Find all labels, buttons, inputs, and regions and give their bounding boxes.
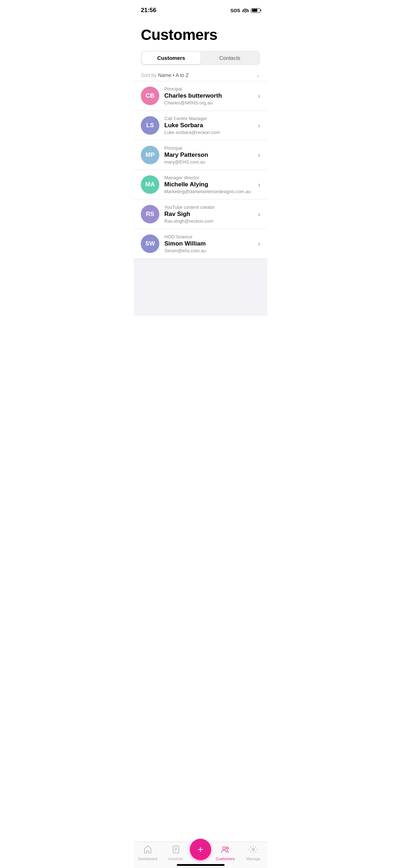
customer-name: Simon William [164,240,255,247]
customer-role: YouTube content creator [164,205,255,210]
sort-label: Sort by [141,72,156,78]
customer-role: Call Centre Manager [164,116,255,121]
customer-avatar: MP [141,146,159,164]
customer-email: Simon@ehs.com.au [164,248,255,253]
bottom-area [134,259,267,316]
customer-role: Principal [164,86,255,92]
chevron-right-icon: › [258,92,260,100]
customer-avatar: SW [141,234,159,253]
customer-item[interactable]: RS YouTube content creator Rav Sigh Rav.… [134,200,267,229]
customer-item[interactable]: CB Principal Charles butterworth Charles… [134,81,267,111]
customer-list: CB Principal Charles butterworth Charles… [134,81,267,259]
status-time: 21:56 [141,7,156,14]
page-title: Customers [134,16,267,51]
customer-email: Luke.sorbara@reckon.com [164,130,255,135]
chevron-right-icon: › [258,181,260,188]
customer-item[interactable]: SW HOD Science Simon William Simon@ehs.c… [134,229,267,259]
customer-item[interactable]: MA Manager director Michelle Alying Mark… [134,170,267,200]
customer-name: Mary Patterson [164,151,255,159]
customer-name: Charles butterworth [164,92,255,99]
customer-info: Pricinpal Mary Patterson mary@EHS.com.au [164,145,255,165]
customer-role: HOD Science [164,234,255,239]
sos-icon: SOS [231,8,240,13]
sort-chevron-icon: ⌄ [256,72,260,78]
battery-icon [251,8,260,13]
customer-avatar: MA [141,175,159,194]
customer-item[interactable]: LS Call Centre Manager Luke Sorbara Luke… [134,111,267,140]
segment-control: Customers Contacts [141,51,260,65]
wifi-icon [242,7,249,14]
customer-item[interactable]: MP Pricinpal Mary Patterson mary@EHS.com… [134,140,267,170]
chevron-right-icon: › [258,122,260,129]
sort-row[interactable]: Sort by Name • A to Z ⌄ [134,69,267,81]
customer-info: Manager director Michelle Alying Marketi… [164,175,255,194]
customer-email: Marketing@danielsinteriordesigns.com.au [164,189,255,194]
customer-info: YouTube content creator Rav Sigh Rav.sin… [164,205,255,224]
customer-info: HOD Science Simon William Simon@ehs.com.… [164,234,255,253]
sort-value: Name • A to Z [158,72,256,78]
customer-name: Rav Sigh [164,211,255,218]
customer-role: Manager director [164,175,255,180]
customer-role: Pricinpal [164,145,255,151]
customer-name: Luke Sorbara [164,122,255,129]
customer-email: mary@EHS.com.au [164,159,255,165]
customer-name: Michelle Alying [164,181,255,188]
customer-avatar: CB [141,87,159,105]
customer-avatar: LS [141,116,159,135]
chevron-right-icon: › [258,211,260,218]
chevron-right-icon: › [258,151,260,159]
status-icons: SOS [231,7,260,14]
segment-customers[interactable]: Customers [142,52,201,64]
customer-info: Principal Charles butterworth Charles@NR… [164,86,255,105]
chevron-right-icon: › [258,240,260,248]
status-bar: 21:56 SOS [134,0,267,16]
customer-avatar: RS [141,205,159,223]
customer-email: Rav.singh@reckon.com [164,218,255,224]
customer-email: Charles@NRHS.org.au [164,100,255,105]
customer-info: Call Centre Manager Luke Sorbara Luke.so… [164,116,255,135]
segment-contacts[interactable]: Contacts [201,52,259,64]
